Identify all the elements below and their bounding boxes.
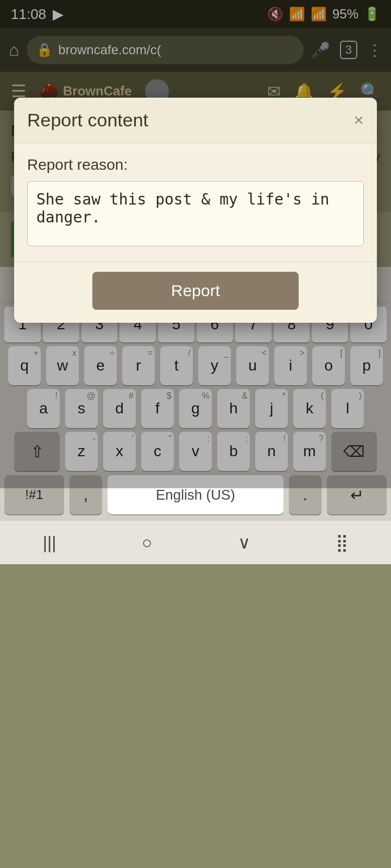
grid-nav-icon[interactable]: ⣿	[336, 532, 348, 553]
modal-title: Report content	[27, 110, 148, 131]
modal-overlay[interactable]: Report content × Report reason: Report	[0, 0, 391, 488]
close-icon[interactable]: ×	[354, 110, 364, 130]
recents-nav-icon[interactable]: ∨	[238, 532, 250, 553]
home-nav-icon[interactable]: ○	[142, 533, 152, 553]
modal-footer: Report	[14, 261, 377, 323]
nav-bar: ||| ○ ∨ ⣿	[0, 521, 391, 564]
report-reason-label: Report reason:	[27, 156, 364, 174]
report-modal: Report content × Report reason: Report	[14, 98, 377, 323]
modal-body: Report reason:	[14, 143, 377, 261]
modal-header: Report content ×	[14, 98, 377, 143]
report-button[interactable]: Report	[92, 272, 299, 310]
back-nav-icon[interactable]: |||	[43, 533, 56, 553]
report-reason-input[interactable]	[27, 181, 364, 246]
